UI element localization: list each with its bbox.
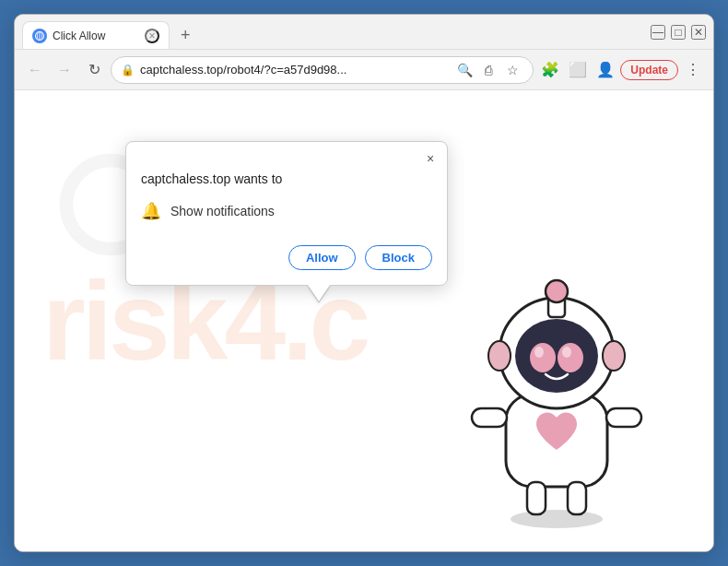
- permission-popup: × captchaless.top wants to 🔔 Show notifi…: [125, 141, 448, 286]
- address-actions: 🔍 ⎙ ☆: [453, 59, 523, 81]
- maximize-button[interactable]: □: [671, 25, 686, 40]
- window-controls: — □ ✕: [651, 25, 706, 40]
- svg-point-16: [488, 341, 511, 371]
- popup-tail: [308, 285, 330, 301]
- close-button[interactable]: ✕: [691, 25, 706, 40]
- menu-icon-button[interactable]: ⋮: [680, 57, 706, 83]
- svg-point-19: [546, 280, 568, 302]
- minimize-button[interactable]: —: [651, 25, 665, 40]
- tab-title: Click Allow: [53, 29, 139, 42]
- title-bar: Click Allow × + — □ ✕: [15, 15, 713, 50]
- bookmark-icon-button[interactable]: ☆: [501, 59, 523, 81]
- tab-area: Click Allow × +: [22, 15, 640, 49]
- popup-close-button[interactable]: ×: [421, 149, 440, 168]
- svg-rect-7: [472, 408, 507, 427]
- popup-notification-row: 🔔 Show notifications: [126, 195, 447, 236]
- svg-rect-20: [527, 482, 546, 514]
- tab-close-button[interactable]: ×: [145, 29, 159, 43]
- update-button[interactable]: Update: [620, 60, 678, 80]
- back-button[interactable]: ←: [22, 57, 48, 83]
- browser-window: Click Allow × + — □ ✕ ← → ↻ 🔒 captchales…: [14, 14, 714, 552]
- svg-point-11: [515, 319, 598, 393]
- tab-favicon: [32, 29, 47, 43]
- address-bar[interactable]: 🔒 captchaless.top/robot4/?c=a57d9d98... …: [111, 56, 534, 84]
- robot-illustration: [455, 219, 658, 533]
- svg-rect-21: [568, 482, 586, 514]
- svg-point-17: [603, 341, 625, 371]
- nav-bar: ← → ↻ 🔒 captchaless.top/robot4/?c=a57d9d…: [15, 50, 713, 90]
- account-icon-button[interactable]: 👤: [593, 57, 618, 83]
- address-text: captchaless.top/robot4/?c=a57d9d98...: [140, 63, 448, 77]
- block-button[interactable]: Block: [365, 245, 432, 270]
- forward-button[interactable]: →: [52, 57, 77, 83]
- lock-icon: 🔒: [121, 64, 135, 77]
- svg-rect-8: [606, 408, 641, 427]
- svg-point-13: [558, 343, 583, 372]
- reload-button[interactable]: ↻: [81, 57, 107, 83]
- notification-label: Show notifications: [170, 204, 275, 218]
- extensions-icon-button[interactable]: 🧩: [537, 57, 563, 83]
- new-tab-button[interactable]: +: [173, 22, 198, 49]
- allow-button[interactable]: Allow: [288, 245, 356, 270]
- popup-header: ×: [126, 142, 447, 168]
- svg-point-12: [530, 343, 556, 372]
- active-tab[interactable]: Click Allow ×: [22, 21, 170, 49]
- toolbar-icons: 🧩 ⬜ 👤 Update ⋮: [537, 57, 706, 83]
- search-icon-button[interactable]: 🔍: [453, 59, 476, 81]
- share-icon-button[interactable]: ⎙: [477, 59, 499, 81]
- svg-point-5: [511, 510, 603, 528]
- bell-icon: 🔔: [141, 201, 161, 221]
- popup-title: captchaless.top wants to: [126, 168, 447, 195]
- sidebar-icon-button[interactable]: ⬜: [565, 57, 591, 83]
- svg-point-15: [562, 347, 571, 358]
- popup-actions: Allow Block: [126, 236, 447, 285]
- svg-point-14: [534, 347, 544, 358]
- page-content: risk4.c OU: [15, 90, 713, 551]
